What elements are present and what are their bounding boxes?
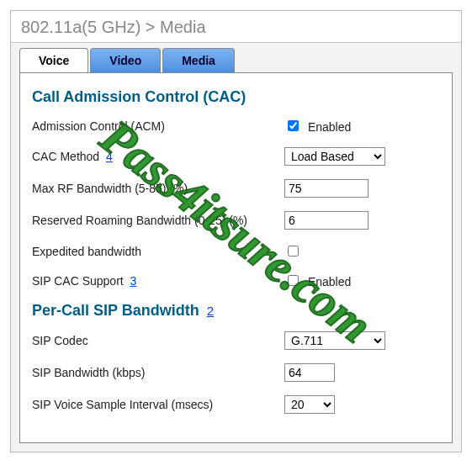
maxrf-input[interactable] [284,179,369,198]
interval-label: SIP Voice Sample Interval (msecs) [32,398,284,411]
tab-media[interactable]: Media [162,48,235,72]
interval-select[interactable]: 20 [284,395,335,414]
codec-row: SIP Codec G.711 [32,331,440,350]
maxrf-label: Max RF Bandwidth (5-85) (%) [32,182,284,195]
acm-enabled-text: Enabled [308,120,351,134]
percall-heading: Per-Call SIP Bandwidth 2 [32,302,440,320]
expedited-row: Expedited bandwidth [32,243,440,259]
acm-checkbox[interactable] [288,120,299,131]
roaming-input[interactable] [284,211,369,230]
cac-method-row: CAC Method 4 Load Based [32,147,440,166]
sipcac-label: SIP CAC Support [32,274,124,288]
codec-select[interactable]: G.711 [284,331,385,350]
sipcac-checkbox[interactable] [288,275,299,286]
sipcac-help-icon[interactable]: 3 [130,274,137,288]
expedited-checkbox[interactable] [288,246,299,257]
voice-panel: Call Admission Control (CAC) Admission C… [19,72,453,443]
sip-bw-label: SIP Bandwidth (kbps) [32,366,284,379]
cac-method-label: CAC Method [32,150,99,163]
acm-label: Admission Control (ACM) [32,119,284,133]
roaming-row: Reserved Roaming Bandwidth (0-25) (%) [32,211,440,230]
cac-method-select[interactable]: Load Based [284,147,385,166]
codec-label: SIP Codec [32,334,284,347]
sip-bw-input[interactable] [284,363,335,382]
tabs-row: Voice Video Media [11,43,461,72]
media-config-container: 802.11a(5 GHz) > Media Voice Video Media… [10,10,462,452]
maxrf-row: Max RF Bandwidth (5-85) (%) [32,179,440,198]
sipcac-enabled-text: Enabled [308,275,351,288]
roaming-label: Reserved Roaming Bandwidth (0-25) (%) [32,214,284,227]
percall-help-icon[interactable]: 2 [207,304,214,318]
tab-voice[interactable]: Voice [19,48,88,72]
sipcac-row: SIP CAC Support 3 Enabled [32,272,440,288]
acm-row: Admission Control (ACM) Enabled [32,118,440,134]
tab-video[interactable]: Video [90,48,161,72]
expedited-label: Expedited bandwidth [32,245,284,258]
breadcrumb: 802.11a(5 GHz) > Media [11,11,461,43]
sip-bw-row: SIP Bandwidth (kbps) [32,363,440,382]
interval-row: SIP Voice Sample Interval (msecs) 20 [32,395,440,414]
cac-method-help-icon[interactable]: 4 [106,150,113,163]
cac-heading: Call Admission Control (CAC) [32,88,440,106]
